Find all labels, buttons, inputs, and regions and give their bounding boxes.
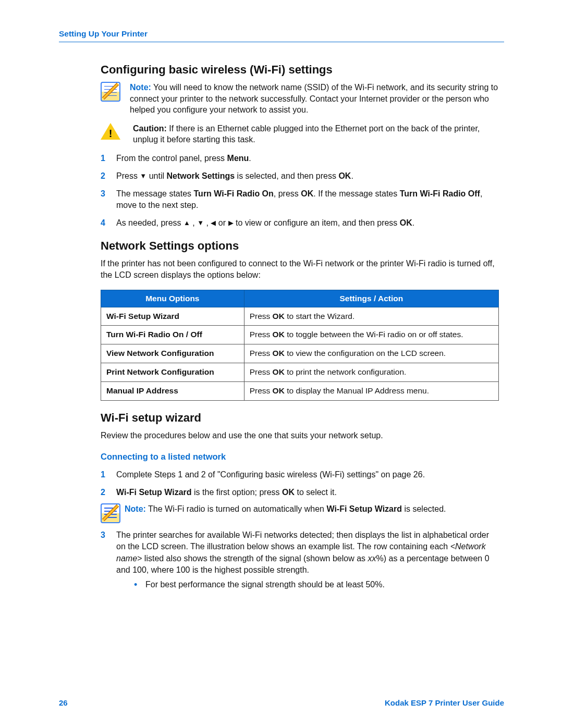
guide-title: Kodak ESP 7 Printer User Guide <box>385 698 504 707</box>
table-row: Print Network Configuration Press OK to … <box>101 363 499 382</box>
table-row: Manual IP Address Press OK to display th… <box>101 382 499 401</box>
left-arrow-icon: ◀ <box>211 218 216 228</box>
note-icon <box>101 503 125 523</box>
page-footer: 26 Kodak ESP 7 Printer User Guide <box>59 698 504 707</box>
th-menu-options: Menu Options <box>101 290 244 307</box>
header-title: Setting Up Your Printer <box>59 29 148 38</box>
step-1: Complete Steps 1 and 2 of "Configuring b… <box>101 469 499 480</box>
note-icon <box>101 82 130 102</box>
note-callout: Note: You will need to know the network … <box>101 82 499 116</box>
bullet-list: For best performance the signal strength… <box>116 579 499 590</box>
page-content: Configuring basic wireless (Wi-Fi) setti… <box>59 63 504 590</box>
right-arrow-icon: ▶ <box>228 218 234 228</box>
network-options-intro: If the printer has not been configured t… <box>101 258 499 281</box>
caution-text: Caution: If there is an Ethernet cable p… <box>130 123 499 145</box>
options-table: Menu Options Settings / Action Wi-Fi Set… <box>101 290 499 401</box>
page-header: Setting Up Your Printer <box>59 29 504 42</box>
options-tbody: Wi-Fi Setup Wizard Press OK to start the… <box>101 307 499 401</box>
steps-list-1: From the control panel, press Menu. Pres… <box>101 153 499 229</box>
bullet-item: For best performance the signal strength… <box>134 579 499 590</box>
steps-list-2: Complete Steps 1 and 2 of "Configuring b… <box>101 469 499 590</box>
table-row: View Network Configuration Press OK to v… <box>101 344 499 363</box>
caution-callout: ! Caution: If there is an Ethernet cable… <box>101 123 499 145</box>
document-page: Setting Up Your Printer Configuring basi… <box>0 0 563 728</box>
wizard-intro: Review the procedures below and use the … <box>101 430 499 441</box>
heading-configuring: Configuring basic wireless (Wi-Fi) setti… <box>101 63 499 77</box>
page-number: 26 <box>59 698 68 707</box>
th-settings-action: Settings / Action <box>244 290 498 307</box>
subheading-connecting: Connecting to a listed network <box>101 452 499 462</box>
down-arrow-icon: ▼ <box>140 171 146 181</box>
up-arrow-icon: ▲ <box>183 218 190 228</box>
heading-network-settings-options: Network Settings options <box>101 239 499 253</box>
down-arrow-icon: ▼ <box>197 218 204 228</box>
heading-wifi-setup-wizard: Wi-Fi setup wizard <box>101 411 499 425</box>
table-row: Wi-Fi Setup Wizard Press OK to start the… <box>101 307 499 326</box>
note-callout-2: Note: The Wi-Fi radio is turned on autom… <box>101 503 499 523</box>
table-row: Turn Wi-Fi Radio On / Off Press OK to to… <box>101 326 499 344</box>
warning-icon: ! <box>101 123 130 141</box>
step-4: As needed, press ▲ , ▼ , ◀ or ▶ to view … <box>101 217 499 229</box>
step-2: Press ▼ until Network Settings is select… <box>101 170 499 182</box>
step-2: Wi-Fi Setup Wizard is the first option; … <box>101 487 499 523</box>
note-text-2: Note: The Wi-Fi radio is turned on autom… <box>125 503 499 515</box>
step-3: The message states Turn Wi-Fi Radio On, … <box>101 188 499 211</box>
note-text: Note: You will need to know the network … <box>130 82 499 116</box>
step-1: From the control panel, press Menu. <box>101 153 499 164</box>
step-3: The printer searches for available Wi-Fi… <box>101 529 499 590</box>
